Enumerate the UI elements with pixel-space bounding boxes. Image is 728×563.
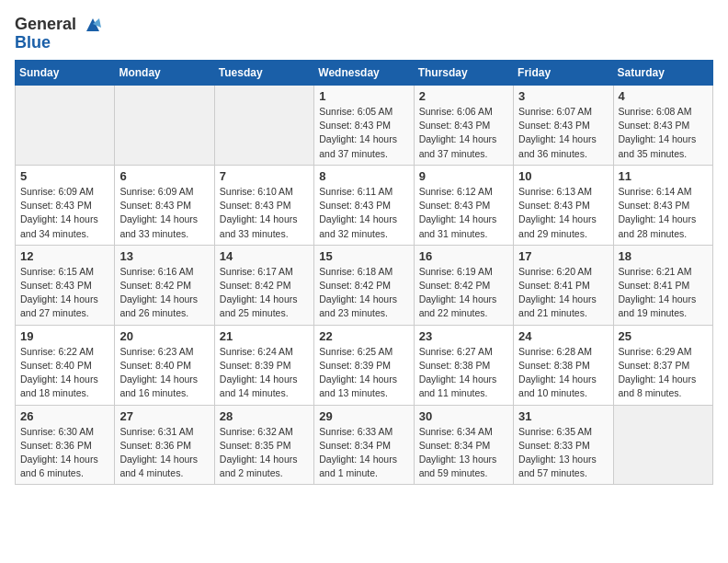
day-number: 16	[419, 249, 508, 263]
day-info: Sunrise: 6:05 AM Sunset: 8:43 PM Dayligh…	[319, 105, 408, 161]
calendar-cell: 10Sunrise: 6:13 AM Sunset: 8:43 PM Dayli…	[514, 165, 613, 245]
day-number: 23	[419, 329, 508, 343]
day-info: Sunrise: 6:16 AM Sunset: 8:42 PM Dayligh…	[119, 265, 209, 321]
day-info: Sunrise: 6:29 AM Sunset: 8:37 PM Dayligh…	[619, 345, 708, 401]
day-number: 30	[419, 409, 508, 423]
day-info: Sunrise: 6:15 AM Sunset: 8:43 PM Dayligh…	[20, 265, 109, 321]
page-header: General Blue	[15, 15, 713, 52]
day-header-wednesday: Wednesday	[314, 61, 414, 86]
day-number: 4	[619, 89, 708, 103]
day-header-tuesday: Tuesday	[214, 61, 313, 86]
calendar-cell	[613, 405, 712, 485]
day-number: 27	[119, 409, 209, 423]
calendar-cell: 27Sunrise: 6:31 AM Sunset: 8:36 PM Dayli…	[115, 405, 214, 485]
logo-blue: Blue	[15, 33, 103, 52]
week-row-2: 5Sunrise: 6:09 AM Sunset: 8:43 PM Daylig…	[16, 165, 713, 245]
day-info: Sunrise: 6:09 AM Sunset: 8:43 PM Dayligh…	[119, 185, 209, 241]
day-info: Sunrise: 6:20 AM Sunset: 8:41 PM Dayligh…	[518, 265, 608, 321]
calendar-cell: 8Sunrise: 6:11 AM Sunset: 8:43 PM Daylig…	[314, 165, 414, 245]
day-info: Sunrise: 6:32 AM Sunset: 8:35 PM Dayligh…	[220, 425, 309, 481]
day-number: 13	[119, 249, 209, 263]
day-info: Sunrise: 6:27 AM Sunset: 8:38 PM Dayligh…	[419, 345, 508, 401]
day-number: 12	[20, 249, 109, 263]
day-number: 5	[20, 169, 109, 183]
logo: General Blue	[15, 15, 103, 52]
day-number: 10	[518, 169, 608, 183]
day-number: 7	[220, 169, 309, 183]
calendar-cell: 5Sunrise: 6:09 AM Sunset: 8:43 PM Daylig…	[16, 165, 115, 245]
day-info: Sunrise: 6:34 AM Sunset: 8:34 PM Dayligh…	[419, 425, 508, 481]
day-info: Sunrise: 6:28 AM Sunset: 8:38 PM Dayligh…	[518, 345, 608, 401]
day-info: Sunrise: 6:23 AM Sunset: 8:40 PM Dayligh…	[119, 345, 209, 401]
calendar-cell: 15Sunrise: 6:18 AM Sunset: 8:42 PM Dayli…	[314, 245, 414, 325]
calendar-cell	[214, 86, 313, 166]
calendar-cell: 16Sunrise: 6:19 AM Sunset: 8:42 PM Dayli…	[414, 245, 513, 325]
logo-general: General	[15, 15, 76, 33]
day-info: Sunrise: 6:22 AM Sunset: 8:40 PM Dayligh…	[20, 345, 109, 401]
day-info: Sunrise: 6:09 AM Sunset: 8:43 PM Dayligh…	[20, 185, 109, 241]
calendar-cell: 17Sunrise: 6:20 AM Sunset: 8:41 PM Dayli…	[514, 245, 613, 325]
calendar-cell: 13Sunrise: 6:16 AM Sunset: 8:42 PM Dayli…	[115, 245, 214, 325]
day-number: 9	[419, 169, 508, 183]
week-row-1: 1Sunrise: 6:05 AM Sunset: 8:43 PM Daylig…	[16, 86, 713, 166]
calendar-cell: 20Sunrise: 6:23 AM Sunset: 8:40 PM Dayli…	[115, 325, 214, 405]
day-number: 18	[619, 249, 708, 263]
day-number: 17	[518, 249, 608, 263]
calendar-cell: 14Sunrise: 6:17 AM Sunset: 8:42 PM Dayli…	[214, 245, 313, 325]
day-info: Sunrise: 6:24 AM Sunset: 8:39 PM Dayligh…	[220, 345, 309, 401]
day-info: Sunrise: 6:14 AM Sunset: 8:43 PM Dayligh…	[619, 185, 708, 241]
calendar-cell: 25Sunrise: 6:29 AM Sunset: 8:37 PM Dayli…	[613, 325, 712, 405]
calendar-cell: 23Sunrise: 6:27 AM Sunset: 8:38 PM Dayli…	[414, 325, 513, 405]
day-header-sunday: Sunday	[16, 61, 115, 86]
day-info: Sunrise: 6:30 AM Sunset: 8:36 PM Dayligh…	[20, 425, 109, 481]
calendar-cell: 22Sunrise: 6:25 AM Sunset: 8:39 PM Dayli…	[314, 325, 414, 405]
day-header-saturday: Saturday	[613, 61, 712, 86]
day-header-friday: Friday	[514, 61, 613, 86]
calendar-cell: 30Sunrise: 6:34 AM Sunset: 8:34 PM Dayli…	[414, 405, 513, 485]
calendar-cell: 18Sunrise: 6:21 AM Sunset: 8:41 PM Dayli…	[613, 245, 712, 325]
calendar-cell: 4Sunrise: 6:08 AM Sunset: 8:43 PM Daylig…	[613, 86, 712, 166]
day-number: 29	[319, 409, 408, 423]
calendar-cell: 2Sunrise: 6:06 AM Sunset: 8:43 PM Daylig…	[414, 86, 513, 166]
day-info: Sunrise: 6:10 AM Sunset: 8:43 PM Dayligh…	[220, 185, 309, 241]
calendar-cell: 19Sunrise: 6:22 AM Sunset: 8:40 PM Dayli…	[16, 325, 115, 405]
day-info: Sunrise: 6:06 AM Sunset: 8:43 PM Dayligh…	[419, 105, 508, 161]
day-number: 22	[319, 329, 408, 343]
calendar-cell: 21Sunrise: 6:24 AM Sunset: 8:39 PM Dayli…	[214, 325, 313, 405]
week-row-3: 12Sunrise: 6:15 AM Sunset: 8:43 PM Dayli…	[16, 245, 713, 325]
calendar-cell: 7Sunrise: 6:10 AM Sunset: 8:43 PM Daylig…	[214, 165, 313, 245]
calendar-cell: 3Sunrise: 6:07 AM Sunset: 8:43 PM Daylig…	[514, 86, 613, 166]
day-number: 11	[619, 169, 708, 183]
calendar-cell: 12Sunrise: 6:15 AM Sunset: 8:43 PM Dayli…	[16, 245, 115, 325]
day-number: 26	[20, 409, 109, 423]
calendar-cell: 24Sunrise: 6:28 AM Sunset: 8:38 PM Dayli…	[514, 325, 613, 405]
day-info: Sunrise: 6:07 AM Sunset: 8:43 PM Dayligh…	[518, 105, 608, 161]
day-info: Sunrise: 6:31 AM Sunset: 8:36 PM Dayligh…	[119, 425, 209, 481]
day-number: 20	[119, 329, 209, 343]
calendar-cell: 1Sunrise: 6:05 AM Sunset: 8:43 PM Daylig…	[314, 86, 414, 166]
day-number: 25	[619, 329, 708, 343]
day-info: Sunrise: 6:17 AM Sunset: 8:42 PM Dayligh…	[220, 265, 309, 321]
day-number: 6	[119, 169, 209, 183]
day-number: 1	[319, 89, 408, 103]
calendar-cell: 11Sunrise: 6:14 AM Sunset: 8:43 PM Dayli…	[613, 165, 712, 245]
day-header-thursday: Thursday	[414, 61, 513, 86]
calendar-cell: 6Sunrise: 6:09 AM Sunset: 8:43 PM Daylig…	[115, 165, 214, 245]
day-header-monday: Monday	[115, 61, 214, 86]
day-number: 21	[220, 329, 309, 343]
day-info: Sunrise: 6:19 AM Sunset: 8:42 PM Dayligh…	[419, 265, 508, 321]
week-row-5: 26Sunrise: 6:30 AM Sunset: 8:36 PM Dayli…	[16, 405, 713, 485]
logo-icon	[83, 15, 103, 35]
day-info: Sunrise: 6:33 AM Sunset: 8:34 PM Dayligh…	[319, 425, 408, 481]
day-info: Sunrise: 6:13 AM Sunset: 8:43 PM Dayligh…	[518, 185, 608, 241]
day-info: Sunrise: 6:11 AM Sunset: 8:43 PM Dayligh…	[319, 185, 408, 241]
calendar-cell	[16, 86, 115, 166]
calendar-cell: 28Sunrise: 6:32 AM Sunset: 8:35 PM Dayli…	[214, 405, 313, 485]
day-info: Sunrise: 6:21 AM Sunset: 8:41 PM Dayligh…	[619, 265, 708, 321]
day-number: 15	[319, 249, 408, 263]
day-number: 2	[419, 89, 508, 103]
day-number: 31	[518, 409, 608, 423]
day-number: 28	[220, 409, 309, 423]
day-number: 24	[518, 329, 608, 343]
day-number: 3	[518, 89, 608, 103]
